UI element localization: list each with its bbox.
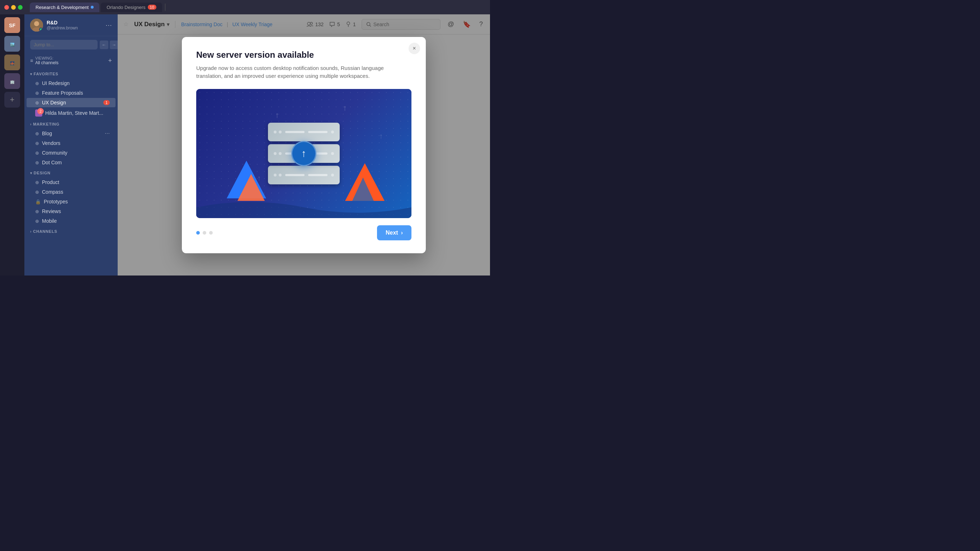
- channel-name: Compass: [42, 189, 110, 195]
- channel-globe-icon: ⊕: [35, 91, 39, 96]
- minimize-window-button[interactable]: [11, 5, 16, 10]
- channel-name: Blog: [42, 131, 102, 136]
- server-dots-mid: [274, 152, 282, 155]
- dm-badge: 2: [37, 108, 44, 115]
- server-bar: [285, 131, 305, 133]
- tab-research-development[interactable]: Research & Development: [30, 3, 99, 12]
- channel-item-dot-com[interactable]: ⊕ Dot Com: [27, 158, 116, 167]
- jump-to-row: ← →: [24, 36, 118, 53]
- workspace-thumb-2[interactable]: 🏙️: [4, 36, 20, 52]
- viewing-info: VIEWING: All channels: [35, 56, 59, 65]
- channels-label: CHANNELS: [33, 229, 57, 234]
- carousel-dots: [196, 231, 213, 235]
- maximize-window-button[interactable]: [18, 5, 22, 10]
- channel-item-community[interactable]: ⊕ Community: [27, 148, 116, 158]
- modal-footer: Next ›: [196, 225, 412, 240]
- design-label: DESIGN: [34, 171, 51, 175]
- tab-divider: [165, 3, 165, 11]
- channel-globe-icon: ⊕: [35, 81, 39, 86]
- update-modal: × New server version available Upgrade n…: [182, 37, 426, 253]
- channel-more-icon[interactable]: ⋯: [105, 131, 110, 136]
- design-header[interactable]: ▾ DESIGN: [24, 169, 118, 177]
- server-dot-mr: [331, 152, 334, 155]
- workspace-image-4: 🏢: [4, 73, 20, 89]
- sidebar-more-button[interactable]: ⋯: [105, 21, 112, 29]
- channel-globe-icon: ⊕: [35, 190, 39, 195]
- user-avatar[interactable]: [30, 19, 43, 32]
- channel-item-vendors[interactable]: ⊕ Vendors: [27, 139, 116, 148]
- modal-description: Upgrade now to access custom desktop not…: [196, 64, 412, 80]
- channel-globe-icon: ⊕: [35, 131, 39, 136]
- channel-name: Feature Proposals: [42, 90, 110, 96]
- channel-item-product[interactable]: ⊕ Product: [27, 178, 116, 187]
- user-display-name: R&D: [47, 20, 78, 25]
- workspace-bar: SF 🏙️ 🌉 🏢 +: [0, 14, 24, 276]
- nav-forward-button[interactable]: →: [110, 41, 118, 49]
- channel-item-prototypes[interactable]: 🔒 Prototypes: [27, 197, 116, 206]
- close-window-button[interactable]: [4, 5, 9, 10]
- channel-item-reviews[interactable]: ⊕ Reviews: [27, 207, 116, 216]
- marketing-section: › MARKETING ⊕ Blog ⋯ ⊕ Vendors ⊕ Communi…: [24, 120, 118, 167]
- channel-item-feature-proposals[interactable]: ⊕ Feature Proposals: [27, 88, 116, 97]
- channel-item-ux-design[interactable]: ⊕ UX Design 1: [27, 98, 116, 107]
- server-stack: ↑: [268, 123, 340, 185]
- carousel-dot-1[interactable]: [196, 231, 200, 235]
- channel-globe-icon: ⊕: [35, 180, 39, 185]
- arrow-up-2: ↑: [343, 104, 347, 113]
- nav-arrows: ← →: [100, 41, 118, 49]
- favorites-label: FAVORITES: [34, 72, 59, 76]
- channel-name: Mobile: [42, 218, 110, 224]
- favorites-header[interactable]: ▾ FAVORITES: [24, 70, 118, 78]
- tab-badge: 10: [148, 5, 156, 10]
- workspace-avatar-1[interactable]: SF: [4, 17, 20, 33]
- channel-name: Reviews: [42, 209, 110, 214]
- channels-header[interactable]: › CHANNELS: [24, 227, 118, 236]
- dm-item-hilda[interactable]: 2 Hilda Martin, Steve Mart...: [27, 108, 116, 118]
- channels-section: › CHANNELS: [24, 227, 118, 236]
- workspace-thumb-3[interactable]: 🌉: [4, 54, 20, 70]
- design-arrow-icon: ▾: [30, 171, 32, 175]
- modal-close-button[interactable]: ×: [409, 43, 420, 54]
- arrow-up-1: ↑: [275, 110, 279, 120]
- server-dots-bot: [274, 174, 282, 177]
- channel-item-compass[interactable]: ⊕ Compass: [27, 187, 116, 197]
- sidebar-header: R&D @andrew.brown ⋯: [24, 14, 118, 36]
- next-arrow-icon: ›: [401, 229, 403, 236]
- marketing-header[interactable]: › MARKETING: [24, 120, 118, 128]
- carousel-dot-3[interactable]: [209, 231, 213, 235]
- triangle-blue-right: [352, 178, 374, 201]
- channel-globe-icon: ⊕: [35, 160, 39, 166]
- sidebar-scroll: ← → ≡ VIEWING: All channels + ▾ F: [24, 36, 118, 276]
- tab-orlando-designers[interactable]: Orlando Designers 10: [101, 3, 162, 12]
- favorites-section: ▾ FAVORITES ⊕ UI Redesign ⊕ Feature Prop…: [24, 70, 118, 118]
- modal-title: New server version available: [196, 50, 412, 60]
- upload-button: ↑: [291, 141, 317, 166]
- svg-text:SF: SF: [9, 22, 16, 28]
- tab-label: Research & Development: [35, 5, 89, 10]
- channel-item-blog[interactable]: ⊕ Blog ⋯: [27, 129, 116, 138]
- svg-text:🌉: 🌉: [10, 61, 15, 66]
- channel-globe-icon: ⊕: [35, 150, 39, 156]
- next-button-label: Next: [386, 229, 398, 236]
- triangle-orange-left: [237, 174, 265, 201]
- channel-item-ui-redesign[interactable]: ⊕ UI Redesign: [27, 78, 116, 88]
- jump-to-input[interactable]: [30, 40, 97, 49]
- viewing-row: ≡ VIEWING: All channels +: [24, 53, 118, 68]
- next-button[interactable]: Next ›: [377, 225, 412, 240]
- add-channel-button[interactable]: +: [108, 57, 112, 65]
- channel-item-mobile[interactable]: ⊕ Mobile: [27, 216, 116, 226]
- workspace-thumb-4[interactable]: 🏢: [4, 73, 20, 89]
- app-layout: SF 🏙️ 🌉 🏢 +: [0, 14, 490, 276]
- lock-icon: 🔒: [35, 199, 41, 204]
- channels-arrow-icon: ›: [30, 229, 32, 234]
- nav-back-button[interactable]: ←: [100, 41, 108, 49]
- modal-illustration: ↑ ↑ ↑ ↑: [196, 89, 412, 218]
- titlebar: Research & Development Orlando Designers…: [0, 0, 490, 14]
- carousel-dot-2[interactable]: [203, 231, 206, 235]
- add-workspace-button[interactable]: +: [4, 92, 20, 108]
- modal-overlay[interactable]: × New server version available Upgrade n…: [118, 14, 490, 276]
- dm-name: Hilda Martin, Steve Mart...: [45, 110, 110, 116]
- channel-globe-icon: ⊕: [35, 100, 39, 105]
- server-bar-2: [308, 131, 328, 133]
- main-content: ☆ UX Design ▾ Brainstorming Doc | UX Wee…: [118, 14, 490, 276]
